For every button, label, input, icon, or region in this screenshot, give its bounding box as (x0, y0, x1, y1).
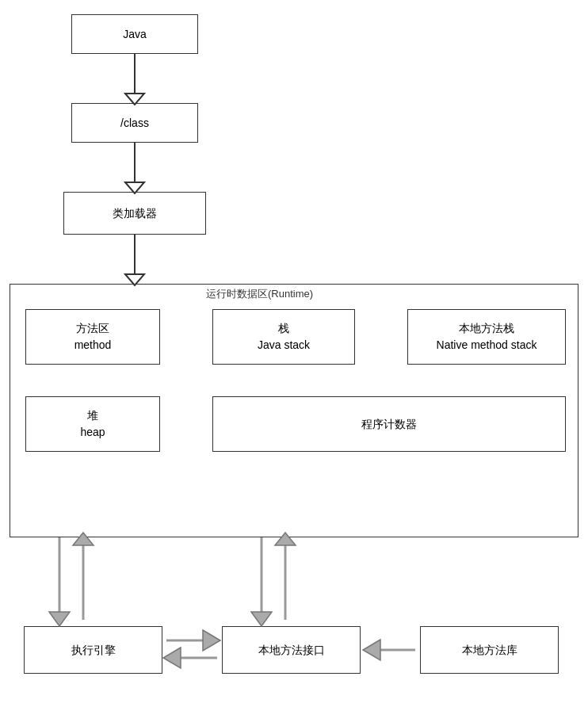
nativestack-box: 本地方法栈 Native method stack (407, 309, 566, 365)
nativeif-box: 本地方法接口 (222, 626, 361, 674)
exec-label: 执行引擎 (71, 642, 116, 659)
svg-marker-11 (251, 612, 272, 626)
java-box: Java (71, 14, 198, 54)
nativestack-line1: 本地方法栈 (459, 320, 514, 337)
svg-marker-17 (163, 648, 181, 668)
counter-box: 程序计数器 (212, 396, 566, 452)
stack-line2: Java stack (258, 337, 310, 354)
stack-line1: 栈 (278, 320, 289, 337)
java-label: Java (123, 26, 147, 43)
method-line1: 方法区 (76, 320, 109, 337)
counter-label: 程序计数器 (361, 416, 417, 433)
heap-line2: heap (80, 424, 105, 441)
heap-box: 堆 heap (25, 396, 160, 452)
method-line2: method (74, 337, 112, 354)
exec-box: 执行引擎 (24, 626, 162, 674)
stack-box: 栈 Java stack (212, 309, 355, 365)
svg-marker-15 (203, 630, 220, 651)
classloader-box: 类加载器 (63, 192, 206, 235)
nativestack-line2: Native method stack (437, 337, 537, 354)
nativelib-box: 本地方法库 (420, 626, 559, 674)
diagram: Java /class 类加载器 运行时数据区(Runtime) 方法区 met… (0, 0, 588, 707)
heap-line1: 堆 (87, 407, 98, 424)
runtime-title: 运行时数据区(Runtime) (206, 287, 313, 301)
method-box: 方法区 method (25, 309, 160, 365)
svg-marker-7 (49, 612, 70, 626)
nativeif-label: 本地方法接口 (258, 642, 325, 659)
class-label: /class (120, 115, 149, 132)
classloader-label: 类加载器 (113, 205, 157, 222)
class-box: /class (71, 103, 198, 143)
svg-marker-19 (363, 640, 380, 660)
nativelib-label: 本地方法库 (462, 642, 517, 659)
